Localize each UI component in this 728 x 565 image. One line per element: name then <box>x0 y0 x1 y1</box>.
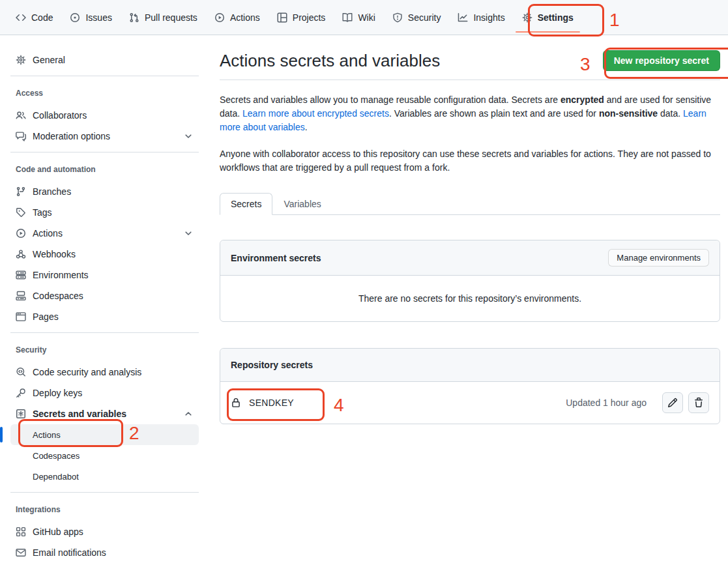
sidebar-item-email-notifications[interactable]: Email notifications <box>10 542 199 563</box>
nav-tab-settings[interactable]: Settings <box>522 8 574 27</box>
nav-tab-label: Insights <box>473 12 504 23</box>
environment-secrets-header: Environment secrets Manage environments <box>220 240 720 276</box>
sidebar-item-label: General <box>33 55 65 65</box>
text-segment: data. <box>658 108 683 119</box>
sidebar-item-label: Environments <box>33 270 89 280</box>
edit-secret-button[interactable] <box>662 392 683 413</box>
chevron-up-icon <box>183 409 194 419</box>
sidebar-item-actions[interactable]: Actions <box>10 424 199 445</box>
shield-icon <box>392 12 403 23</box>
nav-tab-wiki[interactable]: Wiki <box>342 8 375 27</box>
sidebar-item-deploy-keys[interactable]: Deploy keys <box>10 383 199 403</box>
sidebar-item-moderation-options[interactable]: Moderation options <box>10 126 199 147</box>
code-icon <box>16 12 26 23</box>
sidebar-section-label-access: Access <box>10 87 199 100</box>
sidebar-item-label: GitHub apps <box>33 527 83 537</box>
delete-secret-button[interactable] <box>688 392 709 413</box>
manage-environments-button[interactable]: Manage environments <box>608 249 709 267</box>
comment-icon <box>16 131 26 141</box>
sidebar-item-secrets-and-variables[interactable]: Secrets and variables <box>10 403 199 424</box>
sidebar-item-tags[interactable]: Tags <box>10 202 199 223</box>
nav-tab-code[interactable]: Code <box>16 8 53 27</box>
sidebar-item-github-apps[interactable]: GitHub apps <box>10 521 199 542</box>
nav-tab-label: Actions <box>230 12 260 23</box>
nav-tab-insights[interactable]: Insights <box>458 8 504 27</box>
sidebar-section-label-security: Security <box>10 343 199 356</box>
nav-tab-label: Projects <box>293 12 326 23</box>
settings-sidebar: GeneralAccessCollaboratorsModeration opt… <box>0 35 209 563</box>
sidebar-item-codespaces[interactable]: Codespaces <box>10 285 199 306</box>
selected-indicator-bar <box>0 427 3 442</box>
text-segment: Secrets and variables allow you to manag… <box>220 94 561 105</box>
nav-tab-label: Settings <box>538 12 574 23</box>
pencil-icon <box>667 398 678 408</box>
intro-paragraph: Secrets and variables allow you to manag… <box>220 93 720 134</box>
sidebar-item-codespaces[interactable]: Codespaces <box>10 445 199 466</box>
sidebar-item-code-security-and-analysis[interactable]: Code security and analysis <box>10 362 199 383</box>
branch-icon <box>16 186 26 197</box>
subhead: Actions secrets and variables New reposi… <box>220 50 720 80</box>
codescan-icon <box>16 367 26 377</box>
environment-secrets-card: Environment secrets Manage environments … <box>220 240 720 322</box>
sidebar-item-label: Code security and analysis <box>33 367 141 377</box>
nav-tab-actions[interactable]: Actions <box>214 8 260 27</box>
active-tab-underline <box>516 31 580 33</box>
sidebar-section: IntegrationsGitHub appsEmail notificatio… <box>10 492 199 563</box>
page-title: Actions secrets and variables <box>220 50 440 72</box>
sidebar-item-label: Webhooks <box>33 249 76 259</box>
sidebar-item-environments[interactable]: Environments <box>10 265 199 285</box>
sidebar-section: General <box>10 50 199 70</box>
bold-text: non-sensitive <box>599 108 658 119</box>
sidebar-item-webhooks[interactable]: Webhooks <box>10 244 199 265</box>
tab-secrets[interactable]: Secrets <box>220 193 272 215</box>
table-icon <box>277 12 287 23</box>
nav-tab-security[interactable]: Security <box>392 8 441 27</box>
lock-icon <box>231 398 241 408</box>
sidebar-item-label: Collaborators <box>33 110 87 121</box>
nav-tab-projects[interactable]: Projects <box>277 8 326 27</box>
sidebar-item-dependabot[interactable]: Dependabot <box>10 466 199 487</box>
nav-tab-issues[interactable]: Issues <box>70 8 111 27</box>
people-icon <box>16 110 26 121</box>
text-segment: . Variables are shown as plain text and … <box>389 108 599 119</box>
intro-paragraph-2: Anyone with collaborator access to this … <box>220 147 720 175</box>
play-icon <box>214 12 225 23</box>
sidebar-section-label-integrations: Integrations <box>10 503 199 516</box>
secrets-variables-tabnav: Secrets Variables <box>220 193 720 215</box>
server-icon <box>16 270 26 280</box>
sidebar-item-label: Branches <box>33 186 71 197</box>
bold-text: encrypted <box>561 94 604 105</box>
repo-tabs: CodeIssuesPull requestsActionsProjectsWi… <box>16 8 574 27</box>
sidebar-section: AccessCollaboratorsModeration options <box>10 76 199 147</box>
chevron-down-icon <box>183 131 194 141</box>
nav-tab-pull-requests[interactable]: Pull requests <box>129 8 197 27</box>
sidebar-item-label: Codespaces <box>33 291 83 301</box>
secret-name: SENDKEY <box>249 398 294 408</box>
graph-icon <box>458 12 468 23</box>
sidebar-item-branches[interactable]: Branches <box>10 181 199 202</box>
learn-more-link[interactable]: Learn more about encrypted secrets <box>242 108 389 119</box>
sidebar-item-label: Secrets and variables <box>33 409 126 419</box>
sidebar-item-label: Codespaces <box>33 451 80 461</box>
trash-icon <box>693 398 704 408</box>
new-repository-secret-button[interactable]: New repository secret <box>603 50 720 71</box>
text-segment: . <box>305 122 308 132</box>
tab-variables[interactable]: Variables <box>272 193 332 215</box>
sidebar-item-pages[interactable]: Pages <box>10 306 199 327</box>
browser-icon <box>16 311 26 322</box>
play-icon <box>16 228 26 239</box>
gear-icon <box>16 55 26 65</box>
book-icon <box>342 12 353 23</box>
issue-icon <box>70 12 80 23</box>
sidebar-item-label: Pages <box>33 311 59 322</box>
repository-secrets-title: Repository secrets <box>231 360 313 370</box>
sidebar-item-collaborators[interactable]: Collaborators <box>10 105 199 126</box>
nav-tab-label: Issues <box>85 12 111 23</box>
repo-nav: CodeIssuesPull requestsActionsProjectsWi… <box>0 0 728 35</box>
sidebar-item-actions[interactable]: Actions <box>10 223 199 244</box>
sidebar-item-general[interactable]: General <box>10 50 199 70</box>
sidebar-item-label: Actions <box>33 430 61 440</box>
sidebar-section: Code and automationBranchesTagsActionsWe… <box>10 152 199 327</box>
repository-secrets-card: Repository secrets SENDKEY Updated 1 hou… <box>220 348 720 424</box>
tag-icon <box>16 207 26 218</box>
